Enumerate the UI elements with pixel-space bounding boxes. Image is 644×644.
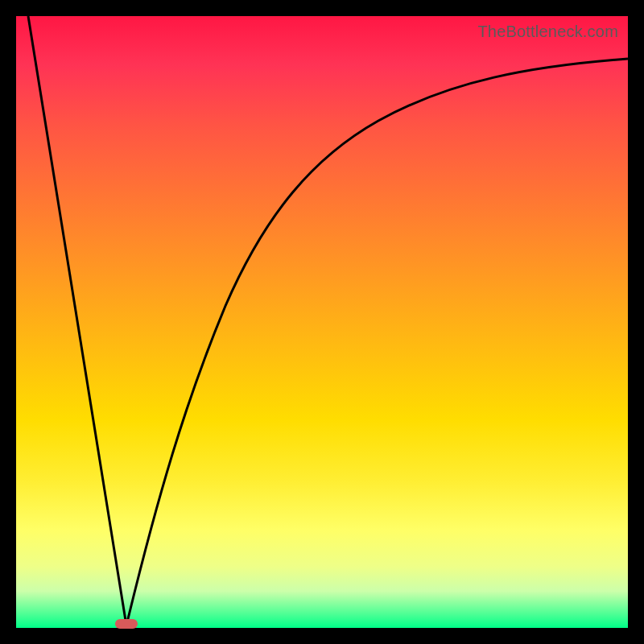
- minimum-marker: [115, 619, 138, 629]
- curve-right-branch: [126, 59, 628, 625]
- curve-left-branch: [28, 16, 126, 625]
- plot-area: TheBottleneck.com: [16, 16, 628, 628]
- chart-container: TheBottleneck.com: [0, 0, 644, 644]
- curve-svg: [16, 16, 628, 628]
